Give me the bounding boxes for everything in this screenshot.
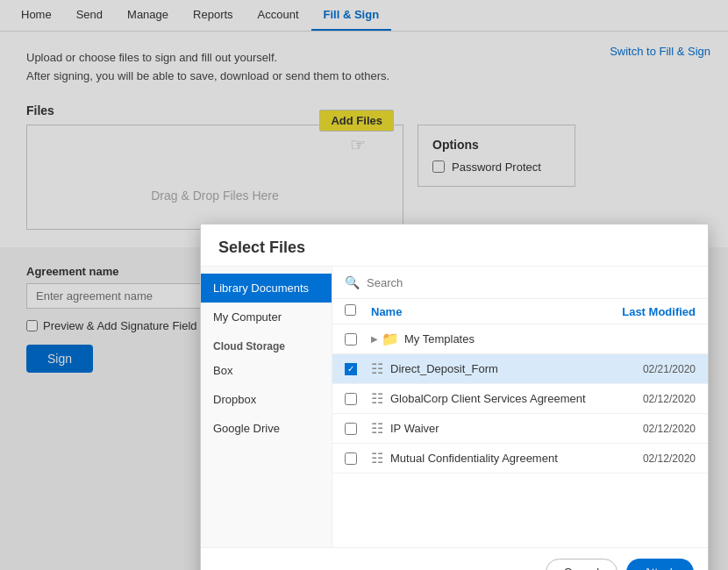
search-icon: 🔍 (345, 275, 360, 289)
col-date-header: Last Modified (608, 305, 696, 318)
sidebar-item-box[interactable]: Box (201, 356, 332, 385)
folder-name: My Templates (404, 332, 608, 346)
file-date: 02/12/2020 (608, 423, 696, 435)
attach-button[interactable]: Attach (626, 559, 694, 570)
sidebar-item-library-documents[interactable]: Library Documents (201, 274, 332, 303)
file-name: GlobalCorp Client Services Agreement (390, 392, 608, 405)
table-row[interactable]: ▶ 📁 My Templates (332, 324, 708, 354)
search-input[interactable] (367, 276, 696, 289)
folder-checkbox[interactable] (345, 333, 357, 346)
folder-icon: 📁 (382, 331, 399, 347)
file-checkbox[interactable] (345, 423, 357, 435)
modal-main: 🔍 Name Last Modified (332, 267, 708, 547)
file-checked-box[interactable]: ✓ (345, 363, 357, 375)
modal-footer: Cancel Attach (201, 547, 708, 570)
file-name: IP Waiver (390, 422, 608, 435)
modal-title: Select Files (201, 224, 708, 267)
cloud-storage-label: Cloud Storage (201, 331, 332, 356)
search-bar: 🔍 (332, 267, 708, 299)
file-name: Direct_Deposit_Form (390, 362, 608, 375)
file-table: Name Last Modified ▶ 📁 My Templates (332, 299, 708, 547)
select-all-checkbox[interactable] (345, 304, 356, 316)
table-row[interactable]: ☷ IP Waiver 02/12/2020 (332, 414, 708, 444)
table-row[interactable]: ✓ ☷ Direct_Deposit_Form 02/21/2020 (332, 354, 708, 384)
col-name-header: Name (371, 305, 608, 318)
file-date: 02/12/2020 (608, 452, 696, 465)
file-date: 02/12/2020 (608, 393, 696, 405)
file-name: Mutual Confidentiality Agreement (390, 452, 608, 465)
table-row[interactable]: ☷ Mutual Confidentiality Agreement 02/12… (332, 444, 708, 474)
modal-sidebar: Library Documents My Computer Cloud Stor… (201, 267, 332, 547)
sidebar-item-google-drive[interactable]: Google Drive (201, 414, 332, 443)
select-files-modal: Select Files Library Documents My Comput… (200, 224, 709, 570)
table-row[interactable]: ☷ GlobalCorp Client Services Agreement 0… (332, 384, 708, 414)
file-icon: ☷ (371, 450, 383, 467)
file-checkbox[interactable] (345, 393, 357, 405)
modal-body: Library Documents My Computer Cloud Stor… (201, 267, 708, 547)
cancel-button[interactable]: Cancel (546, 559, 617, 570)
file-checkbox[interactable] (345, 452, 357, 465)
file-table-header: Name Last Modified (332, 299, 708, 324)
file-icon: ☷ (371, 360, 383, 377)
sidebar-item-my-computer[interactable]: My Computer (201, 303, 332, 331)
sidebar-item-dropbox[interactable]: Dropbox (201, 385, 332, 414)
expand-icon: ▶ (371, 334, 378, 344)
file-icon: ☷ (371, 390, 383, 407)
file-date: 02/21/2020 (608, 363, 696, 375)
file-icon: ☷ (371, 420, 383, 437)
